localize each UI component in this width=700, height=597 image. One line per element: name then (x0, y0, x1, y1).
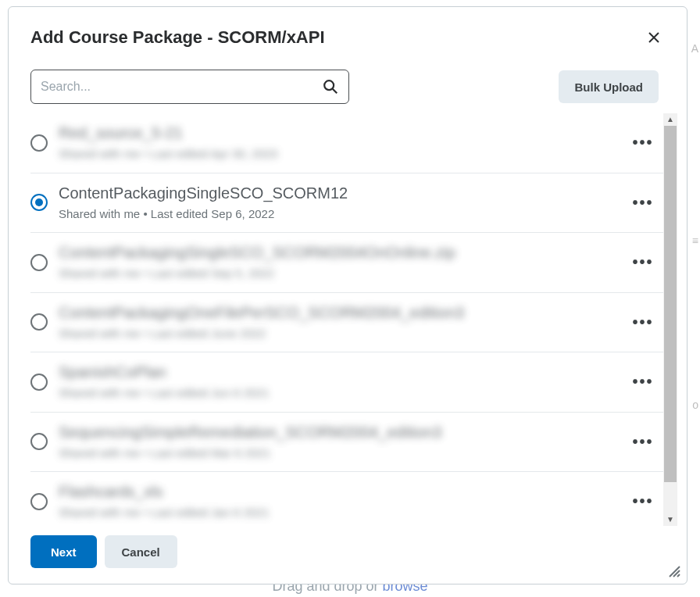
list-item-subtitle: Shared with me • Last edited Sep 5, 2022 (59, 265, 618, 283)
list-item-subtitle: Shared with me • Last edited June 2022 (59, 325, 618, 343)
close-icon (648, 31, 660, 44)
radio-button[interactable] (30, 433, 48, 450)
add-course-package-modal: Add Course Package - SCORM/xAPI Bulk Upl… (8, 6, 688, 584)
radio-button[interactable] (30, 374, 48, 391)
scroll-down-arrow-icon[interactable]: ▼ (663, 513, 677, 526)
cancel-button[interactable]: Cancel (105, 535, 177, 568)
search-input[interactable] (41, 80, 322, 94)
resize-handle[interactable] (666, 563, 680, 577)
list-item-subtitle: Shared with me • Last edited Apr 30, 202… (59, 145, 618, 163)
list-item-title: ContentPackagingOneFilePerSCO_SCORM2004_… (59, 302, 618, 324)
list-item[interactable]: Red_source_5-21Shared with me • Last edi… (30, 113, 663, 173)
svg-point-0 (324, 80, 334, 90)
list-item-title: Flashcards_xls (59, 481, 618, 502)
list-item-content: SpanishCoPlanShared with me • Last edite… (59, 362, 618, 402)
scroll-track[interactable] (663, 126, 677, 513)
list-item-title: SequencingSimpleRemediation_SCORM2004_ed… (59, 422, 618, 443)
resize-grip-icon (666, 563, 680, 577)
list-item[interactable]: ContentPackagingOneFilePerSCO_SCORM2004_… (30, 293, 663, 353)
radio-button[interactable] (30, 194, 48, 211)
list-item-content: SequencingSimpleRemediation_SCORM2004_ed… (59, 422, 618, 463)
more-actions-button[interactable]: ••• (629, 368, 657, 396)
list-item[interactable]: Flashcards_xlsShared with me • Last edit… (30, 472, 663, 526)
radio-button[interactable] (30, 493, 48, 510)
list-item-title: Red_source_5-21 (59, 123, 618, 144)
list-item[interactable]: SequencingSimpleRemediation_SCORM2004_ed… (30, 413, 663, 473)
search-icon (322, 78, 339, 95)
list-item-subtitle: Shared with me • Last edited Jun 6 2021 (59, 384, 618, 402)
list-item-title: SpanishCoPlan (59, 362, 618, 383)
list-item[interactable]: ContentPackagingSingleSCO_SCORM2004OnOnl… (30, 233, 663, 293)
more-actions-button[interactable]: ••• (629, 129, 657, 157)
next-button[interactable]: Next (30, 535, 97, 568)
scroll-thumb[interactable] (664, 126, 677, 482)
list-item[interactable]: ContentPackagingSingleSCO_SCORM12Shared … (30, 173, 663, 234)
list-item-content: ContentPackagingSingleSCO_SCORM2004OnOnl… (59, 242, 618, 283)
bulk-upload-button[interactable]: Bulk Upload (559, 70, 659, 103)
list-item-content: ContentPackagingOneFilePerSCO_SCORM2004_… (59, 302, 618, 343)
list-item-title: ContentPackagingSingleSCO_SCORM12 (59, 183, 618, 204)
modal-title: Add Course Package - SCORM/xAPI (30, 27, 325, 48)
scroll-up-arrow-icon[interactable]: ▲ (663, 113, 677, 126)
search-field-wrapper[interactable] (30, 70, 349, 104)
list-item-subtitle: Shared with me • Last edited Jan 6 2021 (59, 504, 618, 522)
radio-button[interactable] (30, 254, 48, 271)
more-actions-button[interactable]: ••• (629, 308, 657, 336)
list-item-title: ContentPackagingSingleSCO_SCORM2004OnOnl… (59, 242, 618, 263)
list-item-content: Flashcards_xlsShared with me • Last edit… (59, 481, 618, 522)
package-list: Red_source_5-21Shared with me • Last edi… (30, 113, 663, 526)
list-item-content: ContentPackagingSingleSCO_SCORM12Shared … (59, 183, 618, 223)
more-actions-button[interactable]: ••• (629, 427, 657, 456)
more-actions-button[interactable]: ••• (629, 248, 657, 277)
more-actions-button[interactable]: ••• (629, 188, 657, 216)
radio-button[interactable] (30, 313, 48, 331)
list-item-subtitle: Shared with me • Last edited Sep 6, 2022 (59, 206, 618, 223)
list-item-subtitle: Shared with me • Last edited Mar 6 2021 (59, 445, 618, 463)
list-item-content: Red_source_5-21Shared with me • Last edi… (59, 123, 618, 163)
list-scrollbar[interactable]: ▲ ▼ (663, 113, 677, 526)
list-item[interactable]: SpanishCoPlanShared with me • Last edite… (30, 352, 663, 413)
more-actions-button[interactable]: ••• (629, 488, 657, 516)
radio-button[interactable] (30, 134, 48, 152)
close-button[interactable] (645, 28, 663, 47)
